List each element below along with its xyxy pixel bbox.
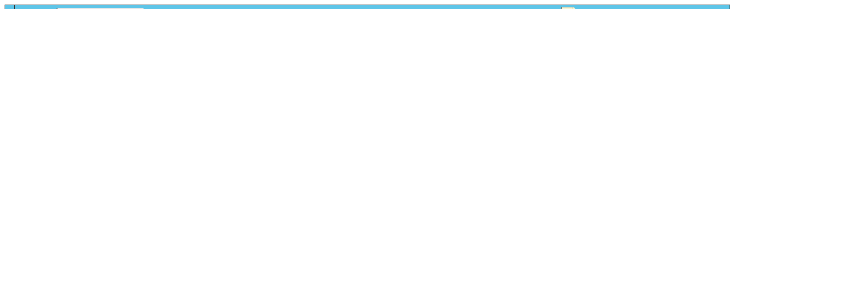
annotation-invitations: Around 3000 invitations/confidential nom…	[57, 8, 144, 9]
pool-label-committee: Nobel Committee Medicine	[5, 5, 15, 9]
